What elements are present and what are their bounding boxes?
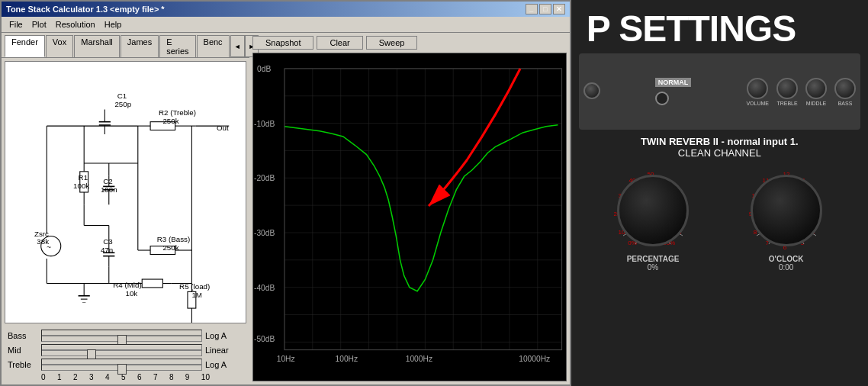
percentage-dial-label: PERCENTAGE bbox=[627, 255, 680, 263]
volume-knob[interactable] bbox=[583, 82, 600, 99]
menu-resolution[interactable]: Resolution bbox=[51, 18, 100, 31]
svg-text:10000Hz: 10000Hz bbox=[519, 355, 550, 363]
right-panel: Snapshot Clear Sweep bbox=[249, 33, 570, 384]
volume-label: VOLUME bbox=[746, 101, 769, 106]
window-title: Tone Stack Calculator 1.3 <empty file> * bbox=[6, 5, 165, 14]
mid-label: Mid bbox=[8, 346, 38, 355]
normal-input-section: NORMAL bbox=[655, 78, 692, 105]
close-button[interactable]: ✕ bbox=[553, 4, 565, 14]
oclock-dial: 12 11 1 10 2 9 3 8 4 7 5 6 bbox=[744, 169, 828, 253]
amp-desc-line2: CLEAN CHANNEL bbox=[579, 147, 860, 159]
volume-ctrl-knob[interactable] bbox=[747, 78, 768, 99]
svg-text:100k: 100k bbox=[73, 182, 89, 190]
treble-slider[interactable] bbox=[42, 359, 201, 370]
circuit-svg: C1 250p R2 (Treble) 250k R1 bbox=[5, 62, 246, 323]
middle-ctrl-knob[interactable] bbox=[805, 78, 827, 99]
svg-text:-40dB: -40dB bbox=[254, 284, 275, 292]
treble-slider-row: Treble Log A bbox=[8, 359, 243, 371]
eq-knobs: VOLUME TREBLE MIDDLE BASS bbox=[746, 78, 856, 106]
percentage-knob[interactable] bbox=[617, 175, 689, 246]
bass-slider-row: Bass Log A bbox=[8, 330, 243, 342]
svg-text:-50dB: -50dB bbox=[254, 335, 275, 343]
tab-marshall[interactable]: Marshall bbox=[74, 35, 120, 57]
middle-label: MIDDLE bbox=[806, 101, 826, 106]
svg-text:C3: C3 bbox=[103, 237, 112, 246]
svg-text:10k: 10k bbox=[126, 289, 138, 298]
oclock-knob[interactable] bbox=[751, 175, 822, 246]
svg-text:R3 (Bass): R3 (Bass) bbox=[157, 235, 190, 243]
bass-slider[interactable] bbox=[42, 330, 201, 341]
sliders-area: Bass Log A Mid Linear Treble bbox=[2, 326, 249, 384]
svg-text:C1: C1 bbox=[117, 92, 127, 100]
svg-text:Out: Out bbox=[217, 124, 229, 132]
percentage-dial: 50 40 60 30 70 20 80 10 90 0% 100% bbox=[611, 169, 695, 253]
maximize-button[interactable]: □ bbox=[539, 4, 551, 14]
dial-section: 50 40 60 30 70 20 80 10 90 0% 100% bbox=[571, 165, 868, 275]
svg-text:-10dB: -10dB bbox=[254, 120, 275, 128]
svg-text:10Hz: 10Hz bbox=[277, 355, 295, 363]
volume-knob-group bbox=[583, 82, 600, 101]
svg-rect-77 bbox=[253, 61, 566, 374]
volume-ctrl: VOLUME bbox=[746, 78, 769, 106]
amp-panel: P SETTINGS NORMAL VOLUME bbox=[571, 0, 868, 386]
tone-stack-window: Tone Stack Calculator 1.3 <empty file> *… bbox=[0, 0, 571, 386]
svg-text:~: ~ bbox=[47, 243, 51, 251]
mid-slider[interactable] bbox=[42, 345, 201, 355]
input-jack bbox=[655, 92, 669, 105]
tab-fender[interactable]: Fender bbox=[5, 35, 45, 57]
middle-ctrl: MIDDLE bbox=[805, 78, 827, 106]
tab-james[interactable]: James bbox=[121, 35, 159, 57]
clear-button[interactable]: Clear bbox=[317, 36, 362, 50]
graph-svg: 0dB -10dB -20dB -30dB -40dB -50dB 10Hz 1… bbox=[253, 53, 566, 381]
bass-type: Log A bbox=[205, 331, 243, 340]
menu-bar: File Plot Resolution Help bbox=[2, 17, 570, 33]
tab-eseries[interactable]: E series bbox=[159, 35, 195, 57]
amp-description: TWIN REVERB II - normal input 1. CLEAN C… bbox=[571, 130, 868, 165]
menu-plot[interactable]: Plot bbox=[27, 18, 51, 31]
treble-ctrl: TREBLE bbox=[776, 78, 798, 106]
treble-label: Treble bbox=[8, 360, 38, 369]
amp-title: P SETTINGS bbox=[571, 0, 868, 53]
title-bar: Tone Stack Calculator 1.3 <empty file> *… bbox=[2, 2, 570, 17]
svg-text:-20dB: -20dB bbox=[254, 174, 275, 182]
amp-hardware-top: NORMAL VOLUME TREBLE MIDDLE bbox=[583, 58, 856, 125]
menu-help[interactable]: Help bbox=[100, 18, 127, 31]
tab-scroll-left[interactable]: ◄ bbox=[230, 35, 245, 57]
title-bar-buttons: _ □ ✕ bbox=[526, 4, 565, 14]
mid-slider-row: Mid Linear bbox=[8, 344, 243, 356]
svg-text:1000Hz: 1000Hz bbox=[406, 355, 432, 363]
svg-text:C2: C2 bbox=[103, 177, 112, 185]
oclock-dial-value: 0:00 bbox=[779, 263, 793, 272]
mid-track bbox=[41, 344, 202, 356]
bass-hw-label: BASS bbox=[838, 101, 853, 106]
percentage-dial-value: 0% bbox=[648, 263, 658, 272]
circuit-diagram: C1 250p R2 (Treble) 250k R1 bbox=[5, 61, 246, 323]
bass-track bbox=[41, 330, 202, 342]
minimize-button[interactable]: _ bbox=[526, 4, 538, 14]
normal-label: NORMAL bbox=[655, 78, 692, 87]
graph-area: 0dB -10dB -20dB -30dB -40dB -50dB 10Hz 1… bbox=[252, 53, 567, 381]
treble-type: Log A bbox=[205, 360, 243, 369]
sweep-button[interactable]: Sweep bbox=[366, 36, 418, 50]
svg-text:-30dB: -30dB bbox=[254, 229, 275, 237]
svg-rect-0 bbox=[5, 80, 246, 304]
treble-track bbox=[41, 359, 202, 371]
bass-ctrl: BASS bbox=[834, 78, 856, 106]
treble-label: TREBLE bbox=[776, 101, 797, 106]
tabs: Fender Vox Marshall James E series Benc … bbox=[2, 33, 249, 58]
amp-hardware: NORMAL VOLUME TREBLE MIDDLE bbox=[579, 53, 860, 130]
left-panel: Fender Vox Marshall James E series Benc … bbox=[2, 33, 249, 384]
mid-type: Linear bbox=[205, 346, 243, 355]
bass-ctrl-knob[interactable] bbox=[834, 78, 856, 99]
svg-text:250p: 250p bbox=[114, 100, 131, 108]
menu-file[interactable]: File bbox=[5, 18, 27, 31]
snapshot-button[interactable]: Snapshot bbox=[252, 36, 313, 50]
svg-text:R2 (Treble): R2 (Treble) bbox=[159, 108, 196, 117]
svg-text:250k: 250k bbox=[162, 117, 178, 125]
tab-vox[interactable]: Vox bbox=[46, 35, 73, 57]
oclock-dial-label: O'CLOCK bbox=[769, 255, 804, 263]
bass-label: Bass bbox=[8, 331, 38, 340]
tab-benc[interactable]: Benc bbox=[197, 35, 230, 57]
treble-ctrl-knob[interactable] bbox=[776, 78, 798, 99]
svg-text:R4 (Mid): R4 (Mid) bbox=[113, 281, 141, 289]
